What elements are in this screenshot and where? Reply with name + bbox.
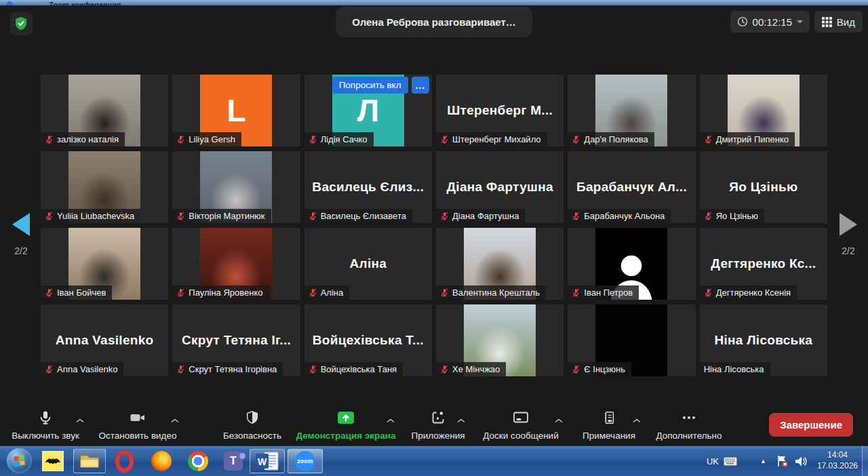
participant-name: Пауліна Яровенко	[189, 287, 262, 298]
word-app[interactable]: W	[250, 449, 285, 473]
participant-tile[interactable]: Іван Бойчев	[41, 228, 168, 300]
participant-name: Войцехівська Таня	[321, 364, 397, 374]
whiteboards-options-chevron-icon[interactable]	[555, 414, 563, 426]
participant-tile[interactable]: Дар'я Полякова	[568, 75, 695, 146]
participant-tile[interactable]: Скрут Тетяна Іг... Скрут Тетяна Ігорівна	[172, 304, 300, 376]
language-indicator[interactable]: UK	[707, 456, 719, 467]
participant-tile[interactable]: Yuliia Liubachevska	[41, 151, 168, 223]
file-explorer-app[interactable]	[73, 449, 106, 473]
participant-tile[interactable]: Василець Єлиз... Василець Єлизавета	[304, 151, 432, 223]
mute-audio-button[interactable]: Выключить звук	[5, 408, 85, 441]
participant-tile[interactable]: Штеренберг М... Штеренберг Михайло	[436, 75, 564, 146]
screen-share-icon	[336, 410, 356, 426]
show-desktop-button[interactable]	[862, 446, 868, 476]
volume-icon[interactable]	[794, 456, 808, 467]
participant-tile[interactable]: Діана Фартушна Діана Фартушна	[436, 151, 564, 223]
participant-tile[interactable]: Вікторія Мартинюк	[172, 151, 300, 223]
participant-name: Вікторія Мартинюк	[189, 211, 264, 221]
participant-name-tag: Штеренберг Михайло	[436, 132, 547, 146]
firefox-icon	[151, 451, 172, 471]
participant-name: Є Інцзюнь	[584, 364, 625, 374]
keyboard-layout-icon[interactable]	[724, 457, 737, 466]
participant-name-tag: Василець Єлизавета	[304, 209, 412, 223]
window-titlebar[interactable]: Zoom конференция	[0, 0, 868, 5]
participant-tile[interactable]: Дмитрий Пипенко	[700, 75, 827, 146]
next-page-arrow-icon[interactable]	[840, 213, 857, 236]
tray-date: 17.03.2026	[817, 461, 858, 472]
system-tray: UK ▲ 14:04 17.03.2026	[707, 446, 868, 476]
firefox-app[interactable]	[148, 449, 175, 473]
participant-name: залізко наталія	[57, 134, 119, 144]
participant-tile[interactable]: Дегтяренко Кс... Дегтяренко Ксенія	[700, 228, 827, 300]
stop-video-label: Остановить видео	[98, 431, 176, 441]
participant-tile[interactable]: Ніна Лісовська Ніна Лісовська	[700, 304, 827, 376]
audio-options-chevron-icon[interactable]	[76, 414, 84, 426]
participant-tile[interactable]: Аліна Аліна	[304, 228, 432, 300]
security-button[interactable]: Безопасность	[214, 408, 290, 441]
start-button[interactable]	[7, 448, 32, 473]
meeting-timer[interactable]: 00:12:15	[730, 11, 810, 33]
participant-name-tag: Дар'я Полякова	[568, 132, 654, 146]
chrome-app[interactable]	[184, 449, 212, 473]
participant-tile[interactable]: Войцехівська Т... Войцехівська Таня	[304, 304, 432, 376]
participant-name: Яо Цзінью	[716, 211, 758, 221]
participant-tile[interactable]: Барабанчук Ал... Барабанчук Альона	[568, 151, 695, 223]
tray-time: 14:04	[827, 450, 848, 461]
muted-microphone-icon	[176, 135, 185, 144]
previous-page-arrow-icon[interactable]	[12, 213, 30, 236]
caret-down-icon[interactable]	[797, 20, 803, 24]
grid-view-icon	[822, 17, 832, 27]
participant-tile[interactable]: залізко наталія	[41, 75, 168, 146]
window-title: Zoom конференция	[49, 1, 121, 5]
show-hidden-icons-button[interactable]: ▲	[760, 458, 766, 464]
video-options-chevron-icon[interactable]	[171, 414, 179, 426]
notes-options-chevron-icon[interactable]	[633, 414, 641, 426]
muted-microphone-icon	[309, 365, 317, 374]
participant-tile[interactable]: Пауліна Яровенко	[172, 228, 300, 300]
participant-tile[interactable]: L Liliya Gersh	[172, 75, 300, 146]
participant-name: Іван Петров	[584, 287, 633, 298]
stop-video-button[interactable]: Остановить видео	[94, 408, 182, 441]
participant-tile[interactable]: Яо Цзінью Яо Цзінью	[700, 151, 827, 223]
participant-tile[interactable]: Є Інцзюнь	[568, 304, 695, 376]
whiteboards-button[interactable]: Доски сообщений	[476, 408, 566, 441]
muted-microphone-icon	[309, 135, 317, 144]
muted-microphone-icon	[309, 212, 317, 220]
previous-page-control[interactable]: 2/2	[12, 213, 30, 256]
zoom-app[interactable]: zoom	[288, 449, 323, 473]
participant-name-tag: Лідія Сачко	[304, 132, 374, 146]
view-button[interactable]: Вид	[814, 11, 863, 33]
ask-to-unmute-button[interactable]: Попросить вкл	[332, 77, 408, 94]
participant-name-tag: Аліна	[304, 285, 350, 300]
participant-tile[interactable]: Хе Мінчжао	[436, 304, 564, 376]
more-button[interactable]: Дополнительно	[650, 408, 728, 441]
folder-icon	[79, 453, 100, 469]
participant-tile[interactable]: Іван Петров	[568, 228, 695, 300]
apps-options-chevron-icon[interactable]	[457, 414, 465, 426]
participant-tile[interactable]: Л Попросить вкл ... Лідія Сачко	[304, 75, 432, 146]
encryption-badge[interactable]	[9, 12, 33, 35]
participant-name-tag: Яо Цзінью	[700, 209, 764, 223]
action-center-flag-icon[interactable]	[776, 455, 789, 468]
page-indicator: 2/2	[14, 245, 27, 256]
participant-name-tag: Войцехівська Таня	[304, 362, 403, 376]
more-label: Дополнительно	[656, 431, 722, 441]
next-page-control[interactable]: 2/2	[840, 213, 857, 256]
muted-microphone-icon	[572, 365, 580, 374]
the-bat-mail-app[interactable]	[39, 449, 66, 473]
zoom-meeting-window: Олена Реброва разговаривает… 00:12:15 Ви…	[0, 5, 868, 446]
taskbar-clock[interactable]: 14:04 17.03.2026	[817, 450, 858, 471]
muted-microphone-icon	[572, 288, 580, 297]
teams-app[interactable]: T	[220, 449, 247, 473]
participant-tile[interactable]: Anna Vasilenko Anna Vasilenko	[41, 304, 168, 376]
share-screen-button[interactable]: Демонстрация экрана	[292, 408, 400, 441]
participant-more-button[interactable]: ...	[412, 77, 430, 94]
share-options-chevron-icon[interactable]	[387, 414, 395, 426]
opera-app[interactable]	[111, 449, 138, 473]
participant-tile[interactable]: Валентина Крешталь	[436, 228, 564, 300]
page-indicator: 2/2	[842, 245, 854, 256]
zoom-icon: zoom	[295, 451, 315, 471]
muted-microphone-icon	[440, 365, 449, 374]
end-meeting-button[interactable]: Завершение	[769, 413, 853, 437]
muted-microphone-icon	[45, 212, 54, 220]
